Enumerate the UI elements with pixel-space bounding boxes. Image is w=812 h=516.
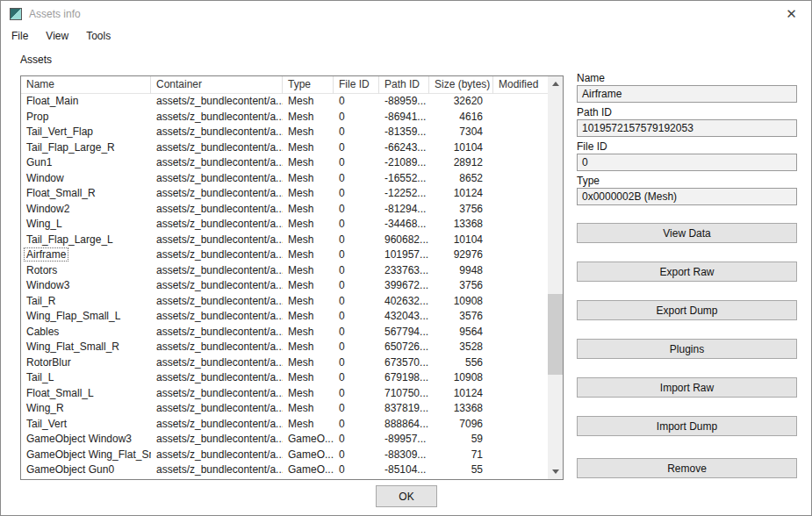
table-row[interactable]: Tail_Vertassets/z_bundlecontent/a...Mesh… (21, 417, 548, 433)
cell-path_id: -81359... (379, 125, 429, 140)
cell-modified (493, 401, 548, 417)
cell-type: GameO... (283, 448, 334, 463)
cell-modified (493, 171, 548, 187)
table-row[interactable]: Wing_Lassets/z_bundlecontent/a...Mesh0-3… (21, 217, 548, 233)
column-header-size[interactable]: Size (bytes) (429, 76, 493, 94)
table-row[interactable]: Tail_Flap_Large_Rassets/z_bundlecontent/… (21, 140, 548, 156)
table-row[interactable]: Wing_Rassets/z_bundlecontent/a...Mesh083… (21, 401, 548, 417)
ok-button[interactable]: OK (376, 485, 437, 507)
close-icon[interactable]: ✕ (772, 1, 811, 27)
cell-file_id: 0 (334, 186, 379, 202)
scrollbar-thumb[interactable] (548, 294, 563, 375)
remove-button[interactable]: Remove (577, 458, 797, 478)
cell-type: Mesh (283, 294, 334, 310)
scroll-down-icon[interactable] (548, 464, 563, 479)
column-header-modified[interactable]: Modified (493, 76, 550, 94)
cell-path_id: 101957... (379, 247, 429, 263)
table-row[interactable]: Gun1assets/z_bundlecontent/a...Mesh0-210… (21, 155, 548, 171)
cell-modified (493, 233, 548, 248)
table-row[interactable]: Propassets/z_bundlecontent/a...Mesh0-869… (21, 110, 548, 125)
table-body: Float_Mainassets/z_bundlecontent/a...Mes… (21, 94, 548, 479)
cell-file_id: 0 (334, 233, 379, 248)
cell-path_id: 837819... (379, 401, 429, 417)
import-raw-button[interactable]: Import Raw (577, 377, 797, 398)
import-dump-button[interactable]: Import Dump (577, 416, 797, 436)
table-row[interactable]: Float_Small_Rassets/z_bundlecontent/a...… (21, 186, 548, 202)
cell-path_id: -12252... (379, 186, 429, 202)
cell-size: 92976 (429, 247, 493, 263)
cell-file_id: 0 (334, 448, 379, 463)
cell-file_id: 0 (334, 94, 379, 110)
cell-type: Mesh (283, 125, 334, 140)
export-raw-button[interactable]: Export Raw (577, 262, 797, 282)
cell-size: 28912 (429, 155, 493, 171)
table-row[interactable]: Rotorsassets/z_bundlecontent/a...Mesh023… (21, 263, 548, 279)
export-dump-button[interactable]: Export Dump (577, 300, 797, 320)
table-row[interactable]: GameObject Wing_Flat_Sm...assets/z_bundl… (21, 448, 548, 463)
table-row[interactable]: Tail_Lassets/z_bundlecontent/a...Mesh067… (21, 370, 548, 386)
cell-name: Float_Small_R (21, 186, 151, 202)
table-row[interactable]: Wing_Flap_Small_Lassets/z_bundlecontent/… (21, 309, 548, 325)
type-field[interactable]: 0x0000002B (Mesh) (577, 188, 797, 205)
table-row[interactable]: Windowassets/z_bundlecontent/a...Mesh0-1… (21, 171, 548, 187)
menu-item-file[interactable]: File (3, 27, 37, 47)
file-id-field[interactable]: 0 (577, 154, 797, 171)
table-row[interactable]: GameObject Tail_Flap_Larassets/z_bundlec… (21, 478, 548, 480)
cell-file_id: 0 (334, 386, 379, 402)
cell-file_id: 0 (334, 478, 379, 480)
cell-path_id: -88309... (379, 448, 429, 463)
cell-container: assets/z_bundlecontent/a... (151, 263, 283, 279)
cell-type: Mesh (283, 263, 334, 279)
cell-name: GameObject Gun0 (21, 462, 151, 478)
cell-size: 10124 (429, 186, 493, 202)
path-id-field[interactable]: 1019572157579192053 (577, 119, 797, 137)
cell-container: assets/z_bundlecontent/a... (151, 355, 283, 371)
table-row[interactable]: Tail_Rassets/z_bundlecontent/a...Mesh040… (21, 294, 548, 310)
column-header-file_id[interactable]: File ID (334, 76, 379, 94)
view-data-button[interactable]: View Data (577, 223, 797, 243)
cell-name: GameObject Wing_Flat_Sm... (21, 448, 151, 463)
cell-type: Mesh (283, 233, 334, 248)
cell-size: 59 (429, 432, 493, 448)
table-row[interactable]: GameObject Gun0assets/z_bundlecontent/a.… (21, 462, 548, 478)
column-header-name[interactable]: Name (21, 76, 151, 94)
cell-type: Mesh (283, 171, 334, 187)
cell-container: assets/z_bundlecontent/a... (151, 432, 283, 448)
scroll-up-icon[interactable] (548, 76, 563, 91)
column-header-path_id[interactable]: Path ID (379, 76, 429, 94)
cell-modified (493, 462, 548, 478)
vertical-scrollbar[interactable] (548, 76, 563, 479)
cell-type: Mesh (283, 401, 334, 417)
cell-name: GameObject Window3 (21, 432, 151, 448)
cell-type: Mesh (283, 386, 334, 402)
table-row[interactable]: Airframeassets/z_bundlecontent/a...Mesh0… (21, 247, 548, 263)
cell-path_id: 673570... (379, 355, 429, 371)
table-row[interactable]: Cablesassets/z_bundlecontent/a...Mesh056… (21, 325, 548, 340)
cell-type: Mesh (283, 325, 334, 340)
table-row[interactable]: Wing_Flat_Small_Rassets/z_bundlecontent/… (21, 340, 548, 355)
cell-modified (493, 309, 548, 325)
plugins-button[interactable]: Plugins (577, 339, 797, 359)
column-header-type[interactable]: Type (283, 76, 334, 94)
table-row[interactable]: RotorBlurassets/z_bundlecontent/a...Mesh… (21, 355, 548, 371)
cell-container: assets/z_bundlecontent/a... (151, 155, 283, 171)
table-row[interactable]: GameObject Window3assets/z_bundlecontent… (21, 432, 548, 448)
menu-item-tools[interactable]: Tools (77, 27, 119, 47)
table-row[interactable]: Float_Mainassets/z_bundlecontent/a...Mes… (21, 94, 548, 110)
cell-name: Prop (21, 110, 151, 125)
cell-modified (493, 140, 548, 156)
table-row[interactable]: Window3assets/z_bundlecontent/a...Mesh03… (21, 278, 548, 294)
cell-container: assets/z_bundlecontent/a... (151, 278, 283, 294)
cell-path_id: -66243... (379, 140, 429, 156)
column-header-container[interactable]: Container (151, 76, 283, 94)
table-row[interactable]: Window2assets/z_bundlecontent/a...Mesh0-… (21, 202, 548, 218)
table-row[interactable]: Tail_Vert_Flapassets/z_bundlecontent/a..… (21, 125, 548, 140)
table-row[interactable]: Float_Small_Lassets/z_bundlecontent/a...… (21, 386, 548, 402)
name-field[interactable]: Airframe (577, 85, 797, 103)
cell-type: Mesh (283, 202, 334, 218)
assets-list: NameContainerTypeFile IDPath IDSize (byt… (20, 75, 564, 480)
cell-name: Tail_L (21, 370, 151, 386)
cell-modified (493, 94, 548, 110)
menu-item-view[interactable]: View (37, 27, 77, 47)
table-row[interactable]: Tail_Flap_Large_Lassets/z_bundlecontent/… (21, 233, 548, 248)
